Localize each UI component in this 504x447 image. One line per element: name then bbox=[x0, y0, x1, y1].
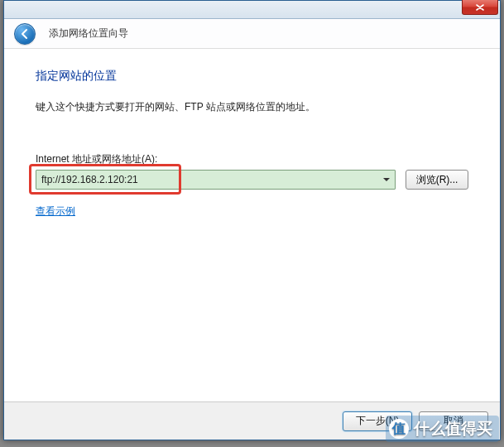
instruction-text: 键入这个快捷方式要打开的网站、FTP 站点或网络位置的地址。 bbox=[36, 100, 468, 114]
close-button[interactable] bbox=[462, 0, 498, 15]
address-label: Internet 地址或网络地址(A): bbox=[36, 152, 468, 166]
wizard-content: 指定网站的位置 键入这个快捷方式要打开的网站、FTP 站点或网络位置的地址。 I… bbox=[4, 49, 500, 401]
close-icon bbox=[476, 4, 484, 11]
wizard-footer: 下一步(N) 取消 bbox=[4, 401, 500, 440]
wizard-title: 添加网络位置向导 bbox=[49, 26, 128, 41]
address-dropdown-button[interactable] bbox=[381, 173, 392, 186]
address-input[interactable] bbox=[36, 170, 396, 190]
view-example-link[interactable]: 查看示例 bbox=[36, 205, 75, 217]
wizard-window: 添加网络位置向导 指定网站的位置 键入这个快捷方式要打开的网站、FTP 站点或网… bbox=[3, 0, 501, 440]
titlebar bbox=[4, 1, 500, 19]
address-row: 浏览(R)... bbox=[36, 170, 468, 190]
chevron-down-icon bbox=[383, 178, 390, 182]
address-field-wrap bbox=[36, 170, 396, 190]
cancel-button[interactable]: 取消 bbox=[419, 411, 488, 431]
arrow-left-icon bbox=[19, 28, 31, 40]
wizard-header: 添加网络位置向导 bbox=[4, 19, 500, 49]
back-button[interactable] bbox=[14, 23, 36, 45]
next-button[interactable]: 下一步(N) bbox=[343, 411, 412, 431]
page-heading: 指定网站的位置 bbox=[36, 69, 468, 84]
browse-button[interactable]: 浏览(R)... bbox=[406, 170, 468, 190]
